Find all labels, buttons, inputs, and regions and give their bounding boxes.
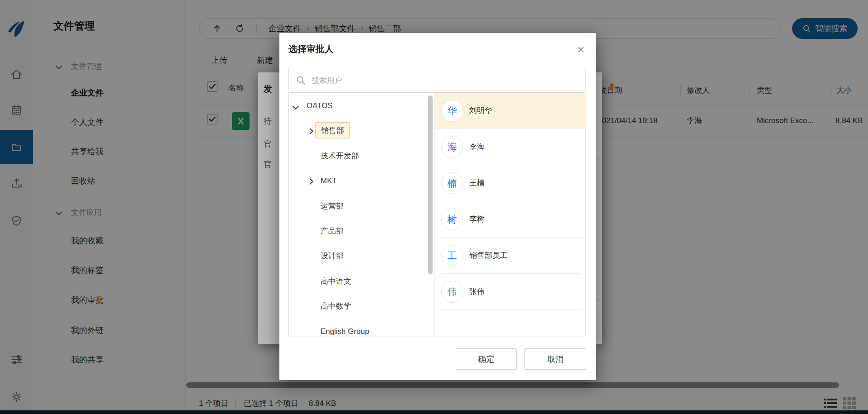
modal-close-icon[interactable]: × bbox=[572, 41, 590, 58]
tree-item-label: 运营部 bbox=[321, 194, 344, 219]
tree-scrollbar[interactable] bbox=[428, 95, 433, 274]
chevron-down-icon[interactable] bbox=[292, 103, 299, 109]
user-row[interactable]: 华刘明华 bbox=[435, 93, 586, 129]
user-name: 王楠 bbox=[469, 165, 485, 201]
confirm-button[interactable]: 确定 bbox=[456, 348, 517, 370]
tree-item-label: 高中数学 bbox=[321, 294, 351, 319]
user-row[interactable]: 伟张伟 bbox=[435, 274, 586, 310]
cancel-button[interactable]: 取消 bbox=[524, 348, 586, 370]
chevron-right-icon[interactable] bbox=[307, 128, 313, 134]
department-tree: OATOS销售部技术开发部MKT运营部产品部设计部高中语文高中数学English… bbox=[289, 93, 435, 337]
user-row[interactable]: 海李海 bbox=[435, 129, 586, 165]
tree-item-label: English Group bbox=[321, 319, 369, 337]
avatar: 伟 bbox=[441, 281, 463, 303]
user-name: 张伟 bbox=[469, 274, 485, 310]
tree-item[interactable]: OATOS bbox=[289, 94, 434, 118]
user-name: 销售部员工 bbox=[469, 238, 508, 274]
tree-item-label: OATOS bbox=[307, 94, 333, 118]
avatar: 楠 bbox=[441, 172, 463, 194]
tree-item-label: MKT bbox=[321, 169, 337, 193]
avatar: 树 bbox=[441, 209, 463, 230]
search-placeholder: 搜索用户 bbox=[311, 75, 342, 86]
avatar: 华 bbox=[441, 100, 463, 122]
tree-item[interactable]: 设计部 bbox=[289, 244, 434, 268]
tree-item[interactable]: 高中语文 bbox=[289, 269, 434, 294]
user-row[interactable]: 工销售部员工 bbox=[435, 238, 586, 274]
tree-item-label: 高中语文 bbox=[321, 269, 351, 294]
avatar: 工 bbox=[441, 245, 463, 266]
tree-item[interactable]: 运营部 bbox=[289, 194, 434, 219]
search-icon bbox=[296, 76, 306, 85]
avatar: 海 bbox=[441, 136, 463, 158]
user-row[interactable]: 楠王楠 bbox=[435, 165, 586, 201]
tree-item-label: 技术开发部 bbox=[321, 144, 359, 168]
user-name: 李海 bbox=[469, 129, 485, 165]
approver-picker-body: OATOS销售部技术开发部MKT运营部产品部设计部高中语文高中数学English… bbox=[288, 92, 586, 337]
choose-approver-modal: 选择审批人 × 搜索用户 OATOS销售部技术开发部MKT运营部产品部设计部高中… bbox=[279, 33, 596, 380]
app-window: 文件管理 文件管理企业文件个人文件共享给我回收站文件应用我的收藏我的标签我的审批… bbox=[0, 0, 868, 414]
tree-item[interactable]: English Group bbox=[289, 319, 434, 337]
tree-item-label: 产品部 bbox=[321, 219, 344, 243]
tree-item[interactable]: MKT bbox=[289, 169, 434, 193]
tree-item-label: 设计部 bbox=[321, 244, 344, 268]
modal-title: 选择审批人 bbox=[288, 43, 334, 55]
user-row[interactable]: 树李树 bbox=[435, 201, 586, 238]
chevron-right-icon[interactable] bbox=[307, 178, 313, 185]
tree-item[interactable]: 高中数学 bbox=[289, 294, 434, 319]
user-search-input[interactable]: 搜索用户 bbox=[288, 68, 586, 92]
user-list: 华刘明华海李海楠王楠树李树工销售部员工伟张伟 bbox=[435, 93, 586, 337]
user-name: 刘明华 bbox=[469, 93, 492, 129]
tree-item[interactable]: 技术开发部 bbox=[289, 144, 434, 168]
tree-item[interactable]: 产品部 bbox=[289, 219, 434, 243]
tree-item-label: 销售部 bbox=[315, 122, 350, 138]
tree-item[interactable]: 销售部 bbox=[289, 119, 434, 143]
user-name: 李树 bbox=[469, 201, 485, 238]
